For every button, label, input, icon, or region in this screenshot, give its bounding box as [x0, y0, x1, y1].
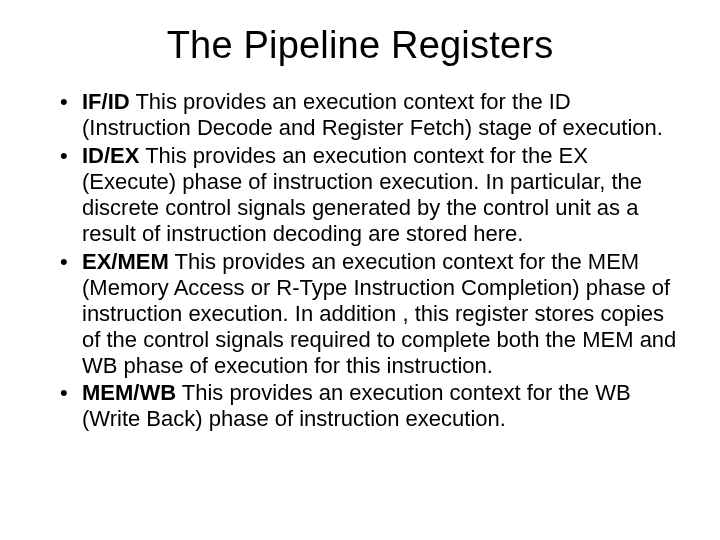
slide: The Pipeline Registers IF/ID This provid…: [0, 0, 720, 540]
bullet-desc: This provides an execution context for t…: [82, 143, 642, 246]
bullet-desc: This provides an execution context for t…: [82, 89, 663, 140]
bullet-term: EX/MEM: [82, 249, 169, 274]
list-item: MEM/WB This provides an execution contex…: [60, 380, 680, 432]
bullet-term: MEM/WB: [82, 380, 176, 405]
list-item: IF/ID This provides an execution context…: [60, 89, 680, 141]
list-item: EX/MEM This provides an execution contex…: [60, 249, 680, 379]
bullet-term: IF/ID: [82, 89, 130, 114]
bullet-list: IF/ID This provides an execution context…: [40, 89, 680, 432]
slide-title: The Pipeline Registers: [40, 24, 680, 67]
bullet-term: ID/EX: [82, 143, 139, 168]
bullet-desc: This provides an execution context for t…: [82, 249, 676, 378]
list-item: ID/EX This provides an execution context…: [60, 143, 680, 247]
